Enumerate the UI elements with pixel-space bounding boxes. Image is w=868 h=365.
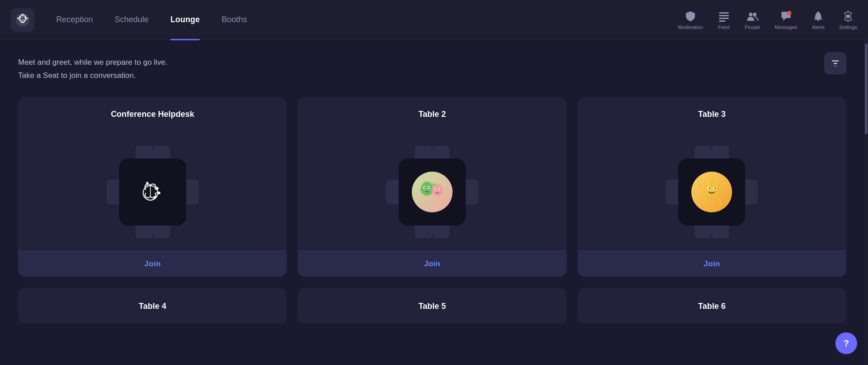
table-body-2: Table 2 xyxy=(298,97,566,251)
nav-booths[interactable]: Booths xyxy=(222,11,247,28)
table-name-6: Table 6 xyxy=(578,294,846,318)
helpdesk-logo xyxy=(135,174,171,210)
moderation-label: Moderation xyxy=(678,24,703,30)
join-button-2[interactable]: Join xyxy=(298,251,566,277)
svg-line-10 xyxy=(25,18,26,18)
svg-point-16 xyxy=(753,13,757,16)
messages-label: Messages xyxy=(775,24,797,30)
settings-icon xyxy=(842,10,854,23)
table-card-1: Conference Helpdesk xyxy=(18,97,287,277)
svg-point-9 xyxy=(27,17,28,19)
svg-point-37 xyxy=(432,185,443,197)
moderation-button[interactable]: Moderation xyxy=(678,10,703,30)
intro-section: Meet and greet, while we prepare to go l… xyxy=(18,56,846,82)
avatar-illustration-3 xyxy=(694,174,730,210)
content-area: Meet and greet, while we prepare to go l… xyxy=(0,40,864,365)
join-button-3[interactable]: Join xyxy=(578,251,846,277)
filter-icon xyxy=(830,58,840,68)
svg-point-7 xyxy=(17,17,19,19)
nav-schedule[interactable]: Schedule xyxy=(115,11,149,28)
svg-line-47 xyxy=(722,182,725,186)
svg-line-8 xyxy=(19,18,20,18)
table-body-1: Conference Helpdesk xyxy=(18,97,287,251)
alerts-icon xyxy=(812,10,825,23)
svg-line-27 xyxy=(156,188,157,189)
svg-point-35 xyxy=(424,187,426,188)
nav-reception[interactable]: Reception xyxy=(56,11,93,28)
svg-line-49 xyxy=(719,199,721,204)
scrollbar-thumb[interactable] xyxy=(865,43,868,134)
join-button-1[interactable]: Join xyxy=(18,251,287,277)
svg-point-30 xyxy=(146,182,148,184)
table-card-3: Table 3 xyxy=(578,97,846,277)
moderation-icon xyxy=(684,10,697,23)
alerts-button[interactable]: Alerts xyxy=(812,10,825,30)
svg-point-17 xyxy=(787,11,791,15)
table-center-3 xyxy=(678,158,745,226)
people-label: People xyxy=(745,24,760,30)
svg-point-45 xyxy=(714,187,716,189)
table-body-3: Table 3 xyxy=(578,97,846,251)
table-card-2: Table 2 xyxy=(298,97,566,277)
messages-button[interactable]: Messages xyxy=(775,10,797,30)
table-visual-2 xyxy=(382,142,482,242)
table-avatar-3 xyxy=(691,172,732,212)
filter-button[interactable] xyxy=(825,53,846,74)
svg-rect-14 xyxy=(719,20,725,22)
svg-rect-11 xyxy=(719,12,729,14)
avatar-illustration-2 xyxy=(414,174,450,210)
svg-point-36 xyxy=(429,187,430,188)
svg-line-46 xyxy=(699,182,702,186)
settings-label: Settings xyxy=(839,24,857,30)
settings-button[interactable]: Settings xyxy=(839,10,857,30)
svg-rect-12 xyxy=(719,15,729,16)
svg-point-41 xyxy=(439,188,440,189)
feed-button[interactable]: Feed xyxy=(718,10,730,30)
table-center-2 xyxy=(399,158,466,226)
svg-rect-13 xyxy=(719,18,729,19)
svg-point-15 xyxy=(749,13,752,16)
svg-point-44 xyxy=(709,187,710,189)
header: Reception Schedule Lounge Booths Moderat… xyxy=(0,0,868,40)
svg-point-18 xyxy=(846,14,850,18)
table-card-6: Table 6 xyxy=(578,288,846,324)
table-name-1: Conference Helpdesk xyxy=(111,110,194,119)
messages-icon xyxy=(780,10,792,23)
table-card-4: Table 4 xyxy=(18,288,287,324)
table-visual-1 xyxy=(103,142,203,242)
scrollbar-track[interactable] xyxy=(864,40,868,365)
people-icon xyxy=(746,10,759,23)
svg-point-25 xyxy=(158,192,160,194)
svg-line-48 xyxy=(703,199,705,204)
svg-point-5 xyxy=(22,14,23,15)
table-name-3: Table 3 xyxy=(698,110,726,119)
header-actions: Moderation Feed People xyxy=(678,10,857,30)
intro-line2: Take a Seat to join a conversation. xyxy=(18,69,846,82)
table-avatar-2 xyxy=(412,172,453,212)
table-visual-3 xyxy=(662,142,762,242)
table-name-4: Table 4 xyxy=(18,294,287,318)
people-button[interactable]: People xyxy=(745,10,760,30)
app-logo[interactable] xyxy=(11,8,34,32)
alerts-label: Alerts xyxy=(812,24,825,30)
main-content: Meet and greet, while we prepare to go l… xyxy=(0,40,868,365)
feed-icon xyxy=(718,10,730,23)
svg-point-3 xyxy=(24,16,25,18)
table-card-5: Table 5 xyxy=(298,288,566,324)
help-button[interactable]: ? xyxy=(835,332,857,354)
feed-label: Feed xyxy=(718,24,729,30)
svg-point-2 xyxy=(19,16,21,18)
table-name-2: Table 2 xyxy=(419,110,446,119)
table-center-1 xyxy=(119,158,186,226)
main-nav: Reception Schedule Lounge Booths xyxy=(56,11,678,28)
table-name-5: Table 5 xyxy=(298,294,566,318)
tables-grid: Conference Helpdesk xyxy=(18,97,846,324)
intro-line1: Meet and greet, while we prepare to go l… xyxy=(18,56,846,69)
nav-lounge[interactable]: Lounge xyxy=(170,11,200,28)
svg-point-40 xyxy=(435,188,436,189)
